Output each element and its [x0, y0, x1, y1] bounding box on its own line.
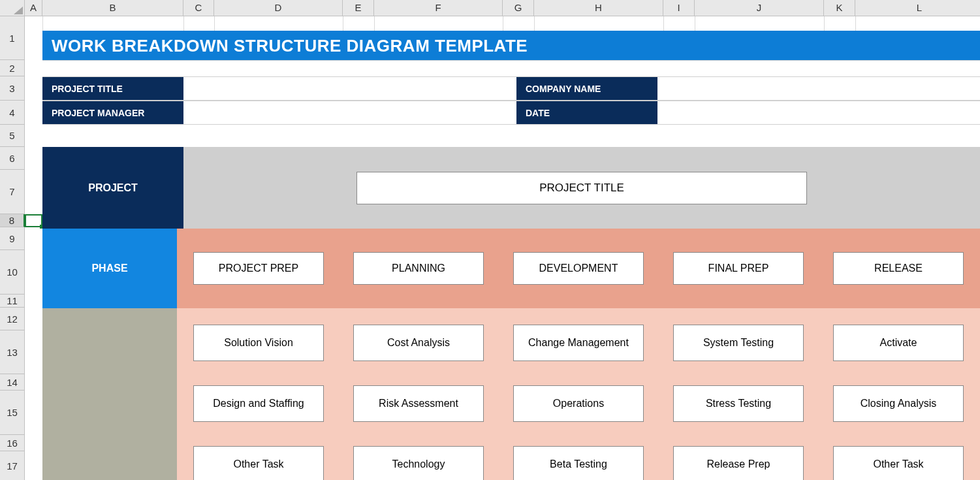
- phase-box[interactable]: FINAL PREP: [673, 252, 804, 285]
- row-header-11[interactable]: 11: [0, 295, 25, 308]
- project-title-box[interactable]: PROJECT TITLE: [356, 172, 807, 204]
- task-box[interactable]: Change Management: [513, 325, 644, 361]
- select-all-corner[interactable]: [0, 0, 25, 16]
- date-value[interactable]: [657, 101, 980, 125]
- phase-box[interactable]: RELEASE: [833, 252, 964, 285]
- column-header-K[interactable]: K: [824, 0, 855, 16]
- company-name-label: COMPANY NAME: [516, 76, 657, 101]
- column-header-J[interactable]: J: [695, 0, 824, 16]
- column-header-C[interactable]: C: [183, 0, 214, 16]
- row-header-6[interactable]: 6: [0, 147, 25, 170]
- project-row-label: PROJECT: [42, 147, 183, 229]
- phase-box[interactable]: PLANNING: [353, 252, 484, 285]
- date-label: DATE: [516, 101, 657, 125]
- row-header-5[interactable]: 5: [0, 125, 25, 147]
- row-header-17[interactable]: 17: [0, 451, 25, 480]
- company-name-value[interactable]: [657, 76, 980, 101]
- row-header-7[interactable]: 7: [0, 170, 25, 214]
- task-box[interactable]: Stress Testing: [673, 385, 804, 422]
- wbs-diagram: PROJECT PROJECT TITLE PHASE PROJECT PREP…: [42, 147, 980, 480]
- row-header-9[interactable]: 9: [0, 227, 25, 250]
- column-header-F[interactable]: F: [374, 0, 503, 16]
- row-header-14[interactable]: 14: [0, 374, 25, 391]
- project-info-table: PROJECT TITLE COMPANY NAME PROJECT MANAG…: [42, 76, 980, 125]
- column-header-A[interactable]: A: [25, 0, 42, 16]
- task-box[interactable]: System Testing: [673, 325, 804, 361]
- active-cell[interactable]: [25, 214, 42, 227]
- spreadsheet-grid[interactable]: WORK BREAKDOWN STRUCTURE DIAGRAM TEMPLAT…: [25, 16, 980, 480]
- task-box[interactable]: Activate: [833, 325, 964, 361]
- row-header-3[interactable]: 3: [0, 76, 25, 101]
- task-box[interactable]: Operations: [513, 385, 644, 422]
- column-header-I[interactable]: I: [663, 0, 695, 16]
- column-header-H[interactable]: H: [534, 0, 663, 16]
- row-header-10[interactable]: 10: [0, 250, 25, 295]
- page-title: WORK BREAKDOWN STRUCTURE DIAGRAM TEMPLAT…: [42, 31, 980, 61]
- column-header-D[interactable]: D: [214, 0, 343, 16]
- phase-box[interactable]: DEVELOPMENT: [513, 252, 644, 285]
- task-box[interactable]: Other Task: [193, 446, 324, 480]
- task-row-label: [42, 308, 177, 480]
- task-box[interactable]: Risk Assessment: [353, 385, 484, 422]
- row-headers: 1234567891011121314151617: [0, 16, 25, 480]
- phase-box[interactable]: PROJECT PREP: [193, 252, 324, 285]
- column-header-E[interactable]: E: [343, 0, 374, 16]
- row-header-1[interactable]: 1: [0, 16, 25, 60]
- phase-row-label: PHASE: [42, 229, 177, 308]
- column-headers: ABCDEFGHIJKLM: [25, 0, 980, 16]
- row-header-16[interactable]: 16: [0, 435, 25, 451]
- column-header-L[interactable]: L: [855, 0, 980, 16]
- project-manager-label: PROJECT MANAGER: [42, 101, 183, 125]
- task-box[interactable]: Beta Testing: [513, 446, 644, 480]
- column-header-G[interactable]: G: [503, 0, 534, 16]
- project-title-value[interactable]: [183, 76, 516, 101]
- row-header-13[interactable]: 13: [0, 330, 25, 374]
- task-box[interactable]: Technology: [353, 446, 484, 480]
- task-box[interactable]: Other Task: [833, 446, 964, 480]
- task-box[interactable]: Release Prep: [673, 446, 804, 480]
- task-box[interactable]: Solution Vision: [193, 325, 324, 361]
- task-box[interactable]: Cost Analysis: [353, 325, 484, 361]
- project-manager-value[interactable]: [183, 101, 516, 125]
- row-header-8[interactable]: 8: [0, 214, 25, 227]
- row-header-2[interactable]: 2: [0, 60, 25, 76]
- row-header-12[interactable]: 12: [0, 308, 25, 330]
- row-header-4[interactable]: 4: [0, 101, 25, 125]
- task-box[interactable]: Closing Analysis: [833, 385, 964, 422]
- project-title-label: PROJECT TITLE: [42, 76, 183, 101]
- task-box[interactable]: Design and Staffing: [193, 385, 324, 422]
- row-header-15[interactable]: 15: [0, 391, 25, 435]
- column-header-B[interactable]: B: [42, 0, 183, 16]
